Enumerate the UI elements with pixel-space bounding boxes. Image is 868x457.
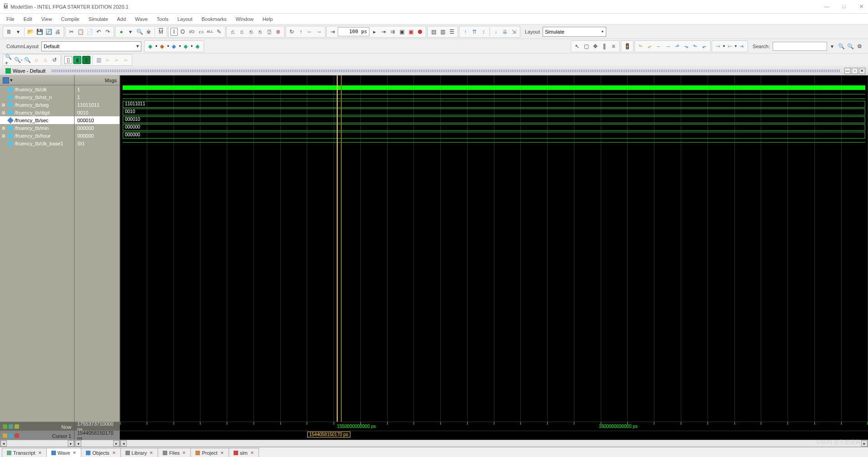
zoom-in-icon[interactable]: 🔍+	[5, 56, 13, 64]
search-next-icon[interactable]: 🔍	[846, 42, 854, 50]
traffic-icon[interactable]: 🚦	[623, 42, 631, 50]
dropdown-icon[interactable]: ▾	[126, 28, 135, 36]
print-icon[interactable]: 🖨	[54, 28, 62, 36]
signal-row[interactable]: /fruency_tb/clk_base1	[0, 139, 74, 147]
menu-help[interactable]: Help	[259, 15, 277, 23]
minimize-button[interactable]: —	[823, 4, 830, 10]
cut-icon[interactable]: ✂	[67, 28, 75, 36]
fmt-d-icon[interactable]: ▥	[95, 56, 103, 64]
edge-prev-icon[interactable]: ⬑	[637, 42, 645, 50]
edge-right-icon[interactable]: →	[664, 42, 672, 50]
tool-e-icon[interactable]: ⍰	[265, 28, 273, 36]
open-icon[interactable]: 📂	[26, 28, 35, 36]
menu-tools[interactable]: Tools	[153, 15, 172, 23]
sig-e-icon[interactable]: ◆	[194, 42, 202, 50]
signals-icon[interactable]	[3, 77, 9, 84]
tab-project[interactable]: Project✕	[190, 448, 229, 457]
sig-b-icon[interactable]: ◆	[158, 42, 166, 50]
menu-window[interactable]: Window	[232, 15, 257, 23]
cursor-o-icon[interactable]: O	[179, 28, 187, 36]
waveform-canvas[interactable]: 110110110010000010000000000000	[120, 75, 868, 422]
nav-end-icon[interactable]: ⇲	[510, 28, 518, 36]
trans-c-icon[interactable]: ⤛	[738, 42, 746, 50]
expand-icon[interactable]: ⊞	[1, 110, 6, 115]
zoom-range-icon[interactable]: ⌂	[41, 56, 50, 64]
menu-layout[interactable]: Layout	[174, 15, 196, 23]
edge-left-icon[interactable]: ←	[655, 42, 663, 50]
search-opt-icon[interactable]: ⚙	[855, 42, 863, 50]
nav-mid-icon[interactable]: ↕	[479, 28, 488, 36]
add-icon[interactable]: ●	[117, 28, 125, 36]
close-button[interactable]: ✕	[858, 4, 864, 10]
cursor-time-box[interactable]: 1544058150170 ps	[307, 432, 351, 437]
mem-icon[interactable]: M	[157, 28, 165, 36]
sig-a-icon[interactable]: ◆	[146, 42, 155, 50]
signals-hscroll[interactable]: ◂▸	[0, 440, 75, 447]
new-icon[interactable]: 🗎	[5, 28, 13, 36]
menu-simulate[interactable]: Simulate	[85, 15, 112, 23]
run-icon[interactable]: ▸	[370, 28, 379, 36]
fmt-b-icon[interactable]: ▮	[73, 56, 81, 64]
menu-add[interactable]: Add	[114, 15, 130, 23]
step-icon[interactable]: ⇥	[329, 28, 337, 36]
wave-min-button[interactable]: —	[844, 68, 851, 74]
tab-close-icon[interactable]: ✕	[112, 451, 116, 455]
fmt-a-icon[interactable]: ▯	[64, 56, 72, 64]
tab-transcript[interactable]: Transcript✕	[2, 448, 47, 457]
fmt-g-icon[interactable]: ⌐	[122, 56, 130, 64]
edge-x-icon[interactable]: ⬑	[691, 42, 699, 50]
menu-wave[interactable]: Wave	[131, 15, 151, 23]
edge-up-icon[interactable]: ⬏	[673, 42, 681, 50]
nav-up-icon[interactable]: ↑	[461, 28, 469, 36]
tab-close-icon[interactable]: ✕	[150, 451, 153, 455]
signal-row[interactable]: ⊞/fruency_tb/digit	[0, 109, 74, 116]
edge-next-icon[interactable]: ⬐	[646, 42, 654, 50]
fmt-c-icon[interactable]: ▮	[82, 56, 90, 64]
break-x-icon[interactable]: ▣	[407, 28, 415, 36]
edge-dn-icon[interactable]: ⬎	[682, 42, 690, 50]
search-input[interactable]	[773, 42, 827, 51]
win-b-icon[interactable]: ▥	[439, 28, 447, 36]
layout-dropdown[interactable]: Simulate	[543, 27, 606, 37]
win-c-icon[interactable]: ☰	[448, 28, 456, 36]
menu-file[interactable]: File	[3, 15, 18, 23]
tab-close-icon[interactable]: ✕	[250, 451, 254, 455]
tab-close-icon[interactable]: ✕	[220, 451, 224, 455]
break-icon[interactable]: ▣	[398, 28, 406, 36]
tool-b-icon[interactable]: ⎌	[238, 28, 246, 36]
find-icon[interactable]: 🔍	[135, 28, 144, 36]
expand-icon[interactable]: ⊞	[1, 103, 6, 107]
sig-c-icon[interactable]: ◆	[170, 42, 178, 50]
wave-max-button[interactable]: ▫	[852, 68, 858, 74]
menu-edit[interactable]: Edit	[20, 15, 36, 23]
redo-icon[interactable]: ↷	[104, 28, 112, 36]
cursor-all-icon[interactable]: ALL	[206, 28, 214, 36]
back-icon[interactable]: ←	[306, 28, 314, 36]
refresh-icon[interactable]: 🔄	[45, 28, 53, 36]
edge-y-icon[interactable]: ⬐	[700, 42, 708, 50]
wave-close-button[interactable]: ✕	[859, 68, 865, 74]
stop-icon[interactable]: ⬢	[416, 28, 424, 36]
hbar-icon[interactable]: ǁ	[600, 42, 609, 50]
column-layout-dropdown[interactable]: Default	[41, 41, 141, 51]
signal-row[interactable]: ⊞/fruency_tb/seg	[0, 101, 74, 109]
tab-objects[interactable]: Objects✕	[81, 448, 120, 457]
trans-a-icon[interactable]: ⤙	[714, 42, 722, 50]
cursor-value[interactable]: 1544058150170 ps	[75, 431, 120, 440]
cursor-io-icon[interactable]: I/O	[188, 28, 196, 36]
cursor-track[interactable]: 1544058150170 ps	[120, 431, 868, 440]
signal-row[interactable]: /fruency_tb/clk	[0, 85, 74, 93]
pointer-icon[interactable]: ↖	[573, 42, 581, 50]
run-cont-icon[interactable]: ⇉	[389, 28, 397, 36]
fmt-e-icon[interactable]: ⌐	[104, 56, 112, 64]
cursor-box-icon[interactable]: ▭	[197, 28, 205, 36]
tab-close-icon[interactable]: ✕	[73, 451, 76, 455]
win-a-icon[interactable]: ▤	[429, 28, 438, 36]
zoom-last-icon[interactable]: ↺	[50, 56, 59, 64]
search-prev-icon[interactable]: 🔍	[837, 42, 845, 50]
tab-wave[interactable]: Wave✕	[46, 448, 82, 457]
tab-sim[interactable]: sim✕	[229, 448, 259, 457]
trans-b-icon[interactable]: ⤚	[726, 42, 734, 50]
tab-close-icon[interactable]: ✕	[182, 451, 186, 455]
nav-down-icon[interactable]: ↓	[492, 28, 500, 36]
